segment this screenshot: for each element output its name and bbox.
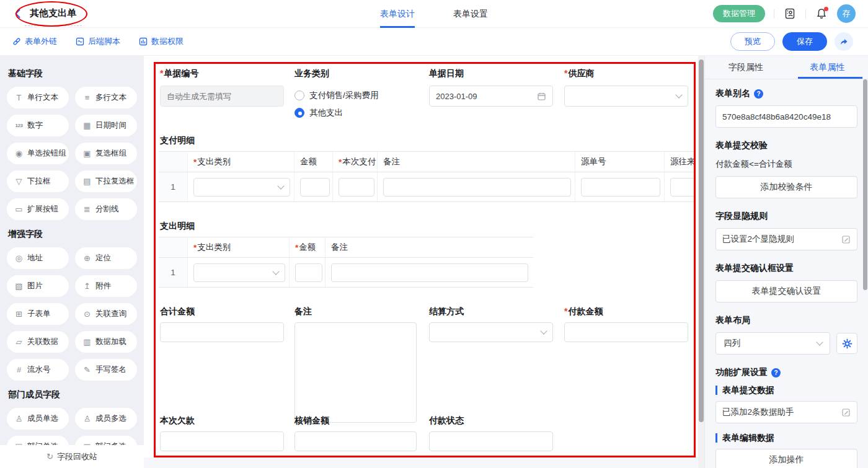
submit-check-label: 表单提交校验: [715, 140, 857, 151]
tab-form-properties[interactable]: 表单属性: [787, 56, 868, 79]
person-icon: ♙: [14, 414, 24, 423]
add-check-condition-button[interactable]: 添加校验条件: [715, 176, 857, 198]
field-item-positioning[interactable]: ⊕定位: [75, 247, 137, 269]
expense-category-select[interactable]: [193, 263, 285, 282]
col-amount: *金额: [290, 237, 326, 257]
field-item-extend-button[interactable]: ▭扩展按钮: [7, 198, 69, 220]
field-item-number[interactable]: 123数字: [7, 115, 69, 136]
visibility-rules-box[interactable]: 已设置2个显隐规则: [715, 228, 857, 250]
amount-input[interactable]: [295, 263, 322, 282]
back-icon[interactable]: [12, 8, 24, 19]
divider-icon: ≣: [82, 205, 92, 214]
field-item-multi-dropdown[interactable]: ▤下拉复选框: [75, 170, 137, 192]
doc-date-input[interactable]: 2023-01-09: [429, 86, 553, 107]
permission-icon: [139, 37, 148, 46]
form-alias-input[interactable]: [715, 105, 857, 128]
field-library-sidebar: 基础字段 T单行文本 ≡多行文本 123数字 ▦日期时间 ◉单选按钮组 ▣复选框…: [0, 56, 144, 468]
remark-input[interactable]: [383, 178, 571, 196]
preview-button[interactable]: 预览: [730, 32, 775, 51]
this-payment-input[interactable]: [339, 178, 374, 196]
scrollbar-thumb[interactable]: [699, 60, 704, 422]
checkbox-icon: ▣: [82, 149, 92, 158]
data-permission-link[interactable]: 数据权限: [139, 36, 184, 47]
supplier-select[interactable]: [564, 86, 688, 107]
source-doc-input[interactable]: [581, 178, 660, 196]
canvas-scrollbar[interactable]: [698, 56, 704, 468]
tab-field-properties[interactable]: 字段属性: [705, 56, 787, 79]
pay-status-input[interactable]: [429, 431, 553, 451]
doc-no-input[interactable]: [160, 86, 284, 107]
topbar-actions: 数据管理 存: [713, 4, 856, 23]
field-item-attachment[interactable]: ↥附件: [75, 275, 137, 297]
calendar-icon: ▦: [82, 121, 92, 130]
avatar[interactable]: 存: [837, 4, 856, 23]
field-item-image[interactable]: ▧图片: [7, 275, 69, 297]
share-arrow-icon: [839, 37, 849, 46]
edit-icon[interactable]: [841, 408, 851, 417]
amount-input[interactable]: [300, 178, 330, 196]
settle-method-select[interactable]: [429, 322, 553, 342]
properties-panel: 字段属性 表单属性 表单别名 ? 表单提交校验 付款金额<=合计金额 添加校验条…: [704, 56, 868, 468]
biz-type-option-1[interactable]: 支付销售/采购费用: [294, 90, 379, 101]
panel-scrollbar[interactable]: [863, 79, 867, 464]
layout-settings-button[interactable]: [836, 333, 857, 354]
submit-confirm-button[interactable]: 表单提交确认设置: [715, 280, 857, 302]
arrears-input[interactable]: [160, 431, 284, 451]
field-item-member-single[interactable]: ♙成员单选: [7, 408, 69, 430]
field-item-datetime[interactable]: ▦日期时间: [75, 115, 137, 136]
col-amount: 金额: [294, 152, 333, 172]
query-icon: ⊙: [82, 309, 92, 319]
expense-category-select[interactable]: [193, 178, 290, 196]
row-number: 1: [159, 172, 188, 201]
title-dashed-underline: [25, 25, 82, 26]
field-item-serial-number[interactable]: #流水号: [7, 359, 69, 381]
calendar-icon: [537, 92, 546, 101]
field-item-subform[interactable]: ⊞子表单: [7, 303, 69, 325]
submit-confirm-label: 表单提交确认框设置: [715, 263, 857, 274]
backend-script-link[interactable]: 后端脚本: [76, 36, 120, 47]
multi-text-icon: ≡: [82, 93, 92, 102]
field-item-data-load[interactable]: ▥数据加载: [75, 331, 137, 353]
submit-data-box[interactable]: 已添加2条数据助手: [715, 401, 857, 423]
top-bar: 其他支出单 表单设计 表单设置 数据管理: [0, 0, 868, 28]
dropdown-icon: ▽: [14, 177, 24, 186]
share-button[interactable]: [835, 32, 853, 51]
contacts-icon[interactable]: [783, 7, 797, 20]
field-item-divider[interactable]: ≣分割线: [75, 198, 137, 220]
notification-bell-icon[interactable]: [815, 7, 828, 20]
scrollbar-thumb[interactable]: [863, 79, 867, 290]
chevron-down-icon: [272, 268, 279, 275]
pen-icon: ✎: [82, 365, 92, 374]
remark-textarea[interactable]: [294, 322, 417, 423]
field-item-address[interactable]: ◎地址: [7, 247, 69, 269]
field-item-member-multi[interactable]: ♙成员多选: [75, 408, 137, 430]
pay-amount-input[interactable]: [564, 322, 688, 342]
radio-unchecked-icon[interactable]: [294, 91, 304, 100]
field-item-single-text[interactable]: T单行文本: [7, 87, 69, 108]
biz-type-option-2[interactable]: 其他支出: [294, 107, 343, 118]
tab-form-settings[interactable]: 表单设置: [453, 0, 488, 28]
radio-checked-icon[interactable]: [294, 108, 304, 118]
source-partner-input[interactable]: [670, 178, 694, 196]
help-icon[interactable]: ?: [754, 89, 763, 99]
help-icon[interactable]: ?: [771, 368, 781, 377]
field-recycle-bin[interactable]: ↻ 字段回收站: [0, 445, 144, 468]
data-manage-button[interactable]: 数据管理: [713, 5, 765, 22]
field-item-related-query[interactable]: ⊙关联查询: [75, 303, 137, 325]
writeoff-input[interactable]: [294, 431, 417, 451]
field-item-checkbox-group[interactable]: ▣复选框组: [75, 143, 137, 164]
total-amount-input[interactable]: [160, 322, 284, 342]
field-item-signature[interactable]: ✎手写签名: [75, 359, 137, 381]
edit-data-add-button[interactable]: 添加操作: [715, 449, 857, 468]
remark-input[interactable]: [331, 263, 528, 282]
form-layout-select[interactable]: 四列: [715, 332, 830, 355]
field-item-multi-text[interactable]: ≡多行文本: [75, 87, 137, 108]
pay-status-label: 付款状态: [429, 415, 464, 426]
field-item-radio-group[interactable]: ◉单选按钮组: [7, 143, 69, 164]
field-item-related-data[interactable]: ▱关联数据: [7, 331, 69, 353]
edit-icon[interactable]: [841, 235, 851, 244]
form-external-link[interactable]: 表单外链: [12, 36, 57, 47]
tab-form-design[interactable]: 表单设计: [380, 0, 415, 28]
field-item-dropdown[interactable]: ▽下拉框: [7, 170, 69, 192]
save-button[interactable]: 保存: [782, 32, 827, 51]
